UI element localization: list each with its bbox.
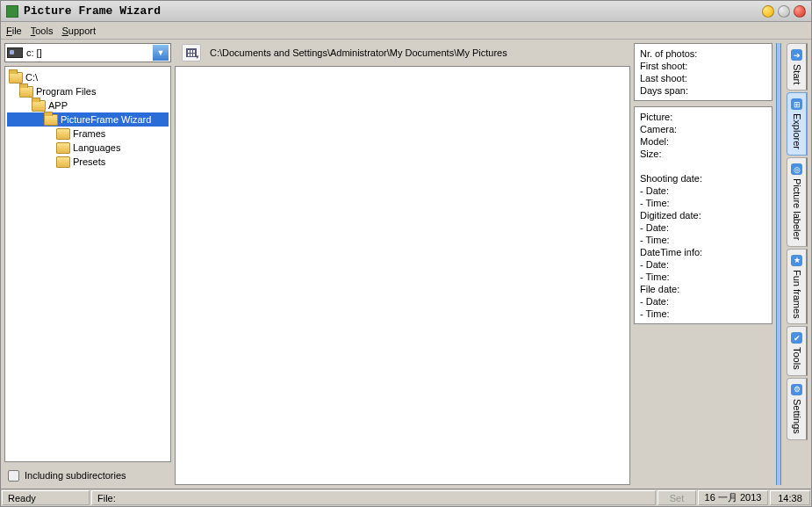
tree-node[interactable]: Program Files bbox=[7, 84, 169, 98]
subdir-row: Including subdirectories bbox=[4, 466, 171, 485]
folder-icon bbox=[32, 100, 46, 112]
tree-label: C:\ bbox=[25, 72, 38, 83]
info-line: - Time: bbox=[640, 234, 766, 246]
info-line: Picture: bbox=[640, 111, 766, 123]
status-ready: Ready bbox=[2, 490, 90, 505]
info-line: Camera: bbox=[640, 123, 766, 135]
menu-file[interactable]: File bbox=[6, 25, 22, 36]
tree-node[interactable]: Languages bbox=[7, 141, 169, 155]
tab-label: Settings bbox=[792, 399, 802, 434]
folder-icon bbox=[9, 72, 23, 83]
tab-picture-labeler[interactable]: ◎Picture labeler bbox=[787, 157, 808, 246]
app-icon bbox=[6, 5, 18, 18]
star-icon: ★ bbox=[791, 255, 802, 266]
tree-node[interactable]: APP bbox=[7, 98, 169, 112]
info-line: First shoot: bbox=[640, 60, 766, 72]
view-mode-button[interactable] bbox=[182, 44, 201, 62]
tree-label: Presets bbox=[73, 156, 105, 167]
drive-icon bbox=[7, 47, 23, 58]
tab-label: Explorer bbox=[792, 113, 802, 149]
info-line: - Time: bbox=[640, 271, 766, 283]
maximize-button[interactable] bbox=[778, 5, 790, 18]
info-line: - Date: bbox=[640, 185, 766, 197]
info-line: Nr. of photos: bbox=[640, 47, 766, 60]
tree-node-selected[interactable]: PictureFrame Wizard bbox=[7, 112, 169, 127]
info-line: Days span: bbox=[640, 84, 766, 97]
tab-label: Tools bbox=[792, 347, 802, 370]
side-scrollbar[interactable] bbox=[776, 43, 781, 485]
app-window: Picture Frame Wizard File Tools Support … bbox=[0, 0, 812, 507]
current-path: C:\Documents and Settings\Administrator\… bbox=[210, 47, 507, 58]
window-buttons bbox=[762, 5, 806, 18]
tree-node[interactable]: Frames bbox=[7, 127, 169, 141]
status-file: File: bbox=[91, 490, 656, 505]
window-icon: ⊞ bbox=[791, 98, 802, 110]
info-line: Size: bbox=[640, 148, 766, 160]
tree-label: Frames bbox=[73, 128, 105, 139]
window-title: Picture Frame Wizard bbox=[24, 4, 762, 18]
tree-label: PictureFrame Wizard bbox=[61, 114, 151, 125]
folder-icon bbox=[56, 156, 70, 168]
tree-label: Languages bbox=[73, 142, 120, 153]
info-line bbox=[640, 160, 766, 172]
info-line: Last shoot: bbox=[640, 72, 766, 84]
info-line: Digitized date: bbox=[640, 209, 766, 221]
folder-icon bbox=[19, 86, 33, 98]
folder-tree[interactable]: C:\ Program Files APP PictureFrame Wizar… bbox=[4, 66, 171, 462]
include-subdirs-checkbox[interactable] bbox=[8, 470, 19, 482]
left-panel: c: [] ▼ C:\ Program Files APP PictureFra… bbox=[4, 43, 171, 485]
menubar: File Tools Support bbox=[1, 22, 811, 40]
info-line: - Date: bbox=[640, 221, 766, 234]
side-tabs: ➔Start ⊞Explorer ◎Picture labeler ★Fun f… bbox=[787, 43, 808, 485]
wrench-icon: ✔ bbox=[791, 332, 802, 344]
close-button[interactable] bbox=[794, 5, 806, 18]
menu-support[interactable]: Support bbox=[61, 25, 96, 36]
tab-tools[interactable]: ✔Tools bbox=[787, 326, 808, 376]
tag-icon: ◎ bbox=[791, 163, 802, 175]
tab-explorer[interactable]: ⊞Explorer bbox=[787, 92, 808, 156]
content-area: c: [] ▼ C:\ Program Files APP PictureFra… bbox=[1, 40, 811, 489]
include-subdirs-label: Including subdirectories bbox=[25, 470, 126, 481]
folder-icon bbox=[56, 142, 70, 154]
info-line: - Date: bbox=[640, 258, 766, 271]
titlebar[interactable]: Picture Frame Wizard bbox=[1, 1, 811, 22]
tab-start[interactable]: ➔Start bbox=[787, 43, 808, 91]
drive-label: c: [] bbox=[26, 47, 153, 58]
tree-node-root[interactable]: C:\ bbox=[7, 70, 169, 84]
status-set: Set bbox=[658, 490, 696, 505]
info-line: - Time: bbox=[640, 197, 766, 209]
minimize-button[interactable] bbox=[762, 5, 774, 18]
path-toolbar: C:\Documents and Settings\Administrator\… bbox=[175, 43, 630, 62]
info-line: Model: bbox=[640, 135, 766, 148]
info-line: DateTime info: bbox=[640, 246, 766, 258]
picture-details-box: Picture: Camera: Model: Size: Shooting d… bbox=[634, 106, 772, 324]
center-panel: C:\Documents and Settings\Administrator\… bbox=[175, 43, 630, 485]
statusbar: Ready File: Set 16 一月 2013 14:38 bbox=[1, 489, 811, 506]
grid-icon bbox=[186, 48, 197, 57]
folder-summary-box: Nr. of photos: First shoot: Last shoot: … bbox=[634, 43, 772, 101]
info-line: - Date: bbox=[640, 295, 766, 308]
status-time: 14:38 bbox=[770, 490, 810, 505]
drive-select[interactable]: c: [] ▼ bbox=[4, 43, 171, 62]
gear-icon: ⚙ bbox=[791, 384, 802, 395]
dropdown-icon[interactable]: ▼ bbox=[153, 45, 169, 61]
menu-tools[interactable]: Tools bbox=[31, 25, 54, 36]
tree-label: Program Files bbox=[36, 86, 96, 97]
tab-settings[interactable]: ⚙Settings bbox=[787, 378, 808, 440]
status-date: 16 一月 2013 bbox=[698, 490, 768, 505]
folder-icon bbox=[44, 114, 58, 126]
info-line: File date: bbox=[640, 283, 766, 295]
tab-label: Picture labeler bbox=[792, 178, 802, 240]
status-file-label: File: bbox=[97, 493, 116, 503]
tree-node[interactable]: Presets bbox=[7, 155, 169, 169]
arrow-icon: ➔ bbox=[791, 49, 802, 61]
info-line: - Time: bbox=[640, 308, 766, 320]
right-panel: Nr. of photos: First shoot: Last shoot: … bbox=[634, 43, 772, 485]
info-line: Shooting date: bbox=[640, 172, 766, 185]
tree-label: APP bbox=[48, 100, 68, 111]
tab-label: Start bbox=[792, 64, 802, 84]
folder-icon bbox=[56, 128, 70, 140]
thumbnail-area[interactable] bbox=[175, 66, 630, 485]
tab-label: Fun frames bbox=[792, 270, 802, 319]
tab-fun-frames[interactable]: ★Fun frames bbox=[787, 249, 808, 325]
